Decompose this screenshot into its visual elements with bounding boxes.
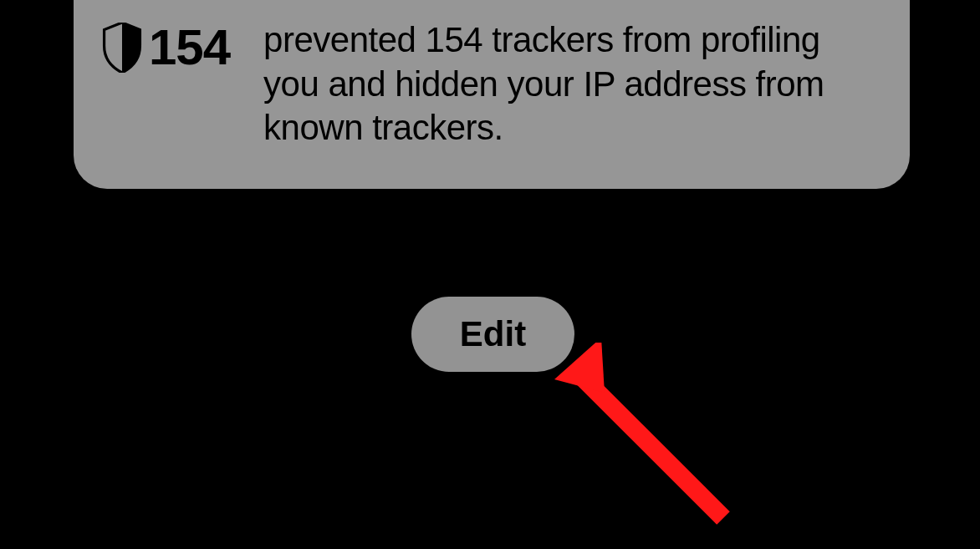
- tracker-count-value: 154: [149, 18, 230, 76]
- privacy-description: prevented 154 trackers from profiling yo…: [263, 18, 876, 150]
- arrow-annotation-icon: [548, 343, 748, 543]
- edit-button-label: Edit: [460, 314, 526, 354]
- svg-line-1: [581, 376, 723, 518]
- shield-icon: [100, 23, 144, 73]
- edit-button[interactable]: Edit: [411, 297, 574, 372]
- tracker-count-group: 154: [100, 18, 230, 76]
- privacy-report-card[interactable]: 154 prevented 154 trackers from profilin…: [74, 0, 910, 189]
